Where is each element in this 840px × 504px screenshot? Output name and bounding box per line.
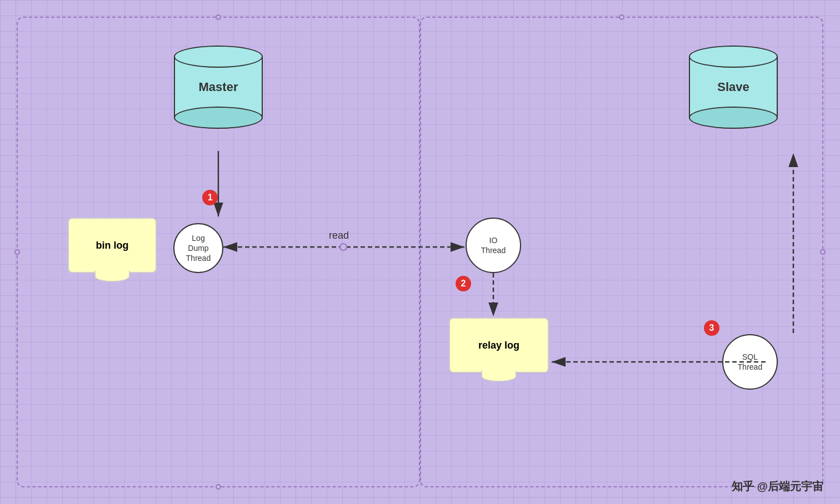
cylinder-top-slave — [689, 46, 778, 68]
diagram-container: Master 1 bin log LogDumpThread — [17, 17, 823, 487]
top-dot-slave — [619, 14, 624, 20]
cylinder-bottom-slave — [689, 107, 778, 129]
io-thread-label: IOThread — [481, 235, 506, 255]
relay-log-label: relay log — [478, 340, 519, 351]
slave-cylinder: Slave — [689, 46, 778, 129]
slave-panel: Slave IOThread 2 3 relay log SQLThread — [420, 17, 823, 487]
cylinder-top-master — [174, 46, 263, 68]
master-label: Master — [199, 80, 238, 94]
right-dot-slave — [820, 249, 826, 255]
left-dot-master — [14, 249, 20, 255]
bottom-dot-master — [216, 484, 221, 490]
master-cylinder: Master — [174, 46, 263, 129]
cylinder-bottom-master — [174, 107, 263, 129]
master-panel: Master 1 bin log LogDumpThread — [17, 17, 420, 487]
binlog-box: bin log — [68, 218, 157, 273]
sql-thread-node: SQLThread — [722, 334, 778, 390]
binlog-label: bin log — [96, 240, 129, 251]
sql-thread-label: SQLThread — [738, 352, 762, 372]
badge-3: 3 — [704, 320, 719, 336]
log-dump-thread-label: LogDumpThread — [186, 233, 211, 264]
log-dump-thread-node: LogDumpThread — [173, 223, 223, 273]
badge-1: 1 — [202, 190, 218, 205]
relay-log-box: relay log — [449, 317, 549, 373]
slave-label: Slave — [717, 80, 749, 94]
watermark: 知乎 @后端元宇宙 — [732, 479, 823, 494]
badge-2: 2 — [456, 276, 471, 291]
top-dot-master — [216, 14, 221, 20]
io-thread-node: IOThread — [466, 218, 521, 273]
